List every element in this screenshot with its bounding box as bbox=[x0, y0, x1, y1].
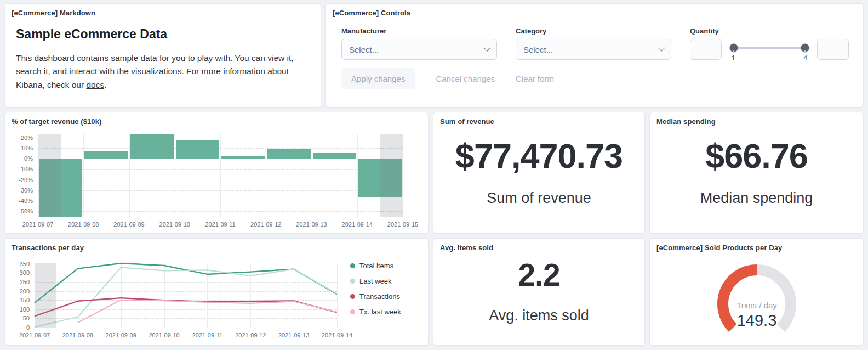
gauge-svg: Trxns / day149.3 bbox=[686, 258, 828, 341]
cancel-changes-button[interactable]: Cancel changes bbox=[436, 74, 495, 83]
y-axis-tick-label: 200 bbox=[20, 288, 30, 295]
legend-item[interactable]: Transactions bbox=[350, 292, 420, 301]
panel-sold-products-per-day: [eCommerce] Sold Products per Day Trxns … bbox=[649, 238, 864, 346]
panel-avg-items-sold: Avg. items sold 2.2 Avg. items sold bbox=[433, 238, 645, 346]
legend-dot-icon bbox=[350, 279, 355, 284]
avg-items-sold-value: 2.2 bbox=[518, 259, 559, 291]
bar-column bbox=[220, 134, 266, 217]
legend-dot-icon bbox=[350, 294, 355, 299]
x-axis-tick-label: 2021-09-08 bbox=[68, 221, 99, 228]
y-axis-tick-label: -50% bbox=[19, 208, 33, 214]
slider-max-label: 4 bbox=[803, 54, 807, 62]
y-axis-tick-label: 150 bbox=[20, 297, 30, 303]
x-axis-tick-label: 2021-09-09 bbox=[106, 332, 136, 338]
partial-bucket-band bbox=[38, 134, 61, 217]
partial-bucket-band bbox=[35, 263, 56, 328]
slider-range bbox=[734, 47, 805, 49]
slider-notch bbox=[733, 50, 734, 53]
apply-changes-button[interactable]: Apply changes bbox=[341, 68, 415, 89]
panel-median-spending: Median spending $66.76 Median spending bbox=[649, 112, 864, 234]
sum-of-revenue-value: $77,470.73 bbox=[455, 139, 623, 173]
legend-dot-icon bbox=[350, 309, 355, 314]
quantity-label: Quantity bbox=[690, 27, 849, 35]
x-axis-tick-label: 2021-09-13 bbox=[278, 332, 309, 338]
x-axis-tick-label: 2021-09-12 bbox=[235, 332, 266, 338]
y-axis-tick-label: 350 bbox=[20, 261, 30, 267]
panel-target-revenue: % of target revenue ($10k) 20%10%0%-10%-… bbox=[4, 112, 429, 234]
x-axis-tick-label: 2021-09-12 bbox=[250, 221, 281, 228]
bar[interactable] bbox=[313, 153, 356, 159]
line-series[interactable] bbox=[35, 298, 337, 316]
y-axis-tick-label: 50 bbox=[23, 315, 30, 321]
x-axis-tick-label: 2021-09-14 bbox=[342, 221, 373, 228]
x-axis-tick-label: 2021-09-15 bbox=[387, 221, 418, 228]
bar[interactable] bbox=[84, 151, 128, 159]
partial-bucket-band bbox=[380, 134, 403, 217]
x-axis-tick-label: 2021-09-10 bbox=[159, 221, 190, 228]
legend-label: Last week bbox=[359, 277, 392, 285]
y-axis-tick-label: -30% bbox=[19, 187, 33, 194]
bar-column bbox=[175, 134, 220, 217]
line-series[interactable] bbox=[78, 300, 337, 323]
y-axis-tick-label: 20% bbox=[21, 134, 33, 141]
bar-column bbox=[266, 134, 311, 217]
panel-title-avg-items: Avg. items sold bbox=[440, 244, 493, 252]
legend-label: Tx. last week bbox=[359, 308, 401, 316]
plot-area: 3503002502001501005002021-09-072021-09-0… bbox=[35, 263, 337, 328]
grid-line bbox=[35, 328, 337, 328]
markdown-text-pre: This dashboard contains sample data for … bbox=[16, 53, 294, 89]
x-axis-tick-label: 2021-09-07 bbox=[19, 332, 50, 338]
manufacturer-label: Manufacturer bbox=[341, 27, 497, 35]
bar[interactable] bbox=[176, 140, 219, 159]
manufacturer-placeholder: Select... bbox=[349, 45, 379, 54]
y-axis-tick-label: 0% bbox=[24, 155, 33, 162]
quantity-max-input[interactable] bbox=[817, 39, 849, 60]
legend-item[interactable]: Tx. last week bbox=[350, 308, 420, 316]
y-axis-tick-label: -10% bbox=[19, 166, 33, 172]
legend-item[interactable]: Last week bbox=[350, 277, 420, 285]
bar-column bbox=[83, 134, 129, 217]
target-revenue-bar-chart: 20%10%0%-10%-20%-30%-40%-50%2021-09-0720… bbox=[9, 129, 424, 230]
quantity-range-slider: 1 4 bbox=[730, 39, 808, 62]
panel-title-controls: [eCommerce] Controls bbox=[333, 9, 410, 17]
legend-label: Transactions bbox=[359, 292, 400, 301]
category-select[interactable]: Select... bbox=[516, 39, 671, 60]
markdown-text-post: . bbox=[104, 80, 106, 89]
panel-title-sum-of-revenue: Sum of revenue bbox=[440, 117, 494, 126]
y-axis-tick-label: 300 bbox=[20, 269, 30, 276]
manufacturer-select[interactable]: Select... bbox=[341, 39, 497, 60]
x-axis-tick-label: 2021-09-08 bbox=[62, 332, 93, 338]
gauge-label: Trxns / day bbox=[736, 301, 777, 310]
slider-notch bbox=[804, 50, 806, 53]
clear-form-button[interactable]: Clear form bbox=[516, 74, 554, 83]
plot-area: 20%10%0%-10%-20%-30%-40%-50%2021-09-0720… bbox=[38, 134, 403, 217]
legend-item[interactable]: Total items bbox=[350, 262, 420, 270]
bar-column bbox=[312, 134, 357, 217]
slider-track[interactable] bbox=[730, 47, 808, 49]
markdown-body: Sample eCommerce Data This dashboard con… bbox=[5, 4, 321, 92]
chart-legend: Total itemsLast weekTransactionsTx. last… bbox=[350, 262, 420, 316]
docs-link[interactable]: docs bbox=[86, 80, 104, 89]
markdown-heading: Sample eCommerce Data bbox=[16, 27, 309, 42]
gauge-value: 149.3 bbox=[736, 312, 776, 329]
bar[interactable] bbox=[221, 156, 265, 159]
day-gridline bbox=[337, 263, 338, 328]
y-axis-tick-label: -40% bbox=[19, 197, 33, 204]
markdown-paragraph: This dashboard contains sample data for … bbox=[16, 52, 309, 92]
category-label: Category bbox=[516, 27, 671, 35]
bar[interactable] bbox=[130, 134, 174, 159]
x-axis-tick-label: 2021-09-07 bbox=[22, 221, 53, 228]
sold-products-gauge: Trxns / day149.3 bbox=[650, 254, 863, 345]
column-separator bbox=[403, 134, 403, 217]
y-axis-tick-label: 10% bbox=[21, 145, 33, 151]
panel-transactions-per-day: Transactions per day 3503002502001501005… bbox=[4, 238, 429, 346]
panel-title-markdown: [eCommerce] Markdown bbox=[12, 9, 95, 17]
quantity-min-input[interactable] bbox=[690, 39, 722, 60]
y-axis-tick-label: 250 bbox=[20, 279, 30, 285]
panel-title-median-spending: Median spending bbox=[656, 117, 716, 126]
panel-title-sold-products: [eCommerce] Sold Products per Day bbox=[656, 244, 782, 252]
line-series[interactable] bbox=[35, 267, 337, 327]
transactions-line-chart: 3503002502001501005002021-09-072021-09-0… bbox=[9, 255, 341, 343]
legend-label: Total items bbox=[359, 262, 393, 270]
bar[interactable] bbox=[267, 149, 310, 159]
